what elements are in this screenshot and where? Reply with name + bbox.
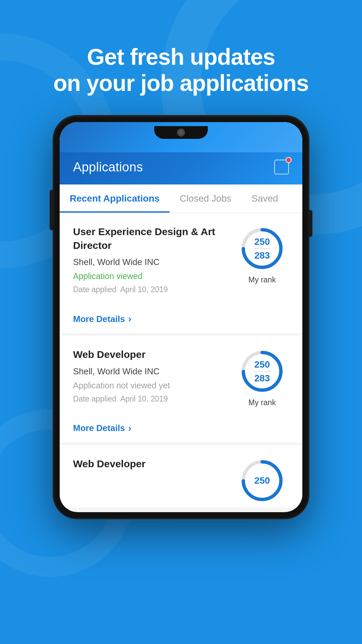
front-camera — [177, 128, 185, 137]
rank-current-1: 250 — [254, 236, 270, 248]
more-details-1[interactable]: More Details › — [73, 306, 289, 333]
phone-screen: Applications Recent Applications Closed … — [60, 122, 302, 512]
rank-text-3: 250 — [254, 475, 270, 486]
rank-circle-1: 250 283 My rank — [235, 225, 289, 284]
job-card-3-partial: Web Developer 250 — [60, 445, 302, 507]
job-title-3: Web Developer — [73, 457, 229, 471]
phone-notch — [154, 126, 208, 139]
rank-donut-1: 250 283 — [239, 225, 286, 272]
tagline-section: Get fresh updates on your job applicatio… — [0, 0, 362, 116]
tab-saved[interactable]: Saved — [241, 184, 288, 213]
more-details-text-1: More Details — [73, 314, 125, 324]
rank-donut-2: 250 283 — [239, 348, 286, 395]
job-info-1: User Experience Design & Art Director Sh… — [73, 225, 235, 302]
phone-notch-area — [60, 122, 302, 152]
job-card-1: User Experience Design & Art Director Sh… — [60, 213, 302, 336]
rank-text-1: 250 283 — [254, 236, 270, 261]
more-details-text-2: More Details — [73, 423, 125, 433]
rank-total-1: 283 — [254, 250, 270, 261]
job-company-2: Shell, World Wide INC — [73, 366, 229, 377]
rank-current-3: 250 — [254, 475, 270, 486]
app-title: Applications — [73, 160, 143, 174]
phone-mockup: Applications Recent Applications Closed … — [0, 116, 362, 518]
job-info-2: Web Developer Shell, World Wide INC Appl… — [73, 348, 235, 411]
job-title-2: Web Developer — [73, 348, 229, 362]
rank-donut-3: 250 — [239, 457, 286, 504]
rank-circle-2: 250 283 My rank — [235, 348, 289, 407]
rank-total-2: 283 — [254, 373, 270, 384]
job-info-3: Web Developer — [73, 457, 235, 476]
job-date-2: Date applied April 10, 2019 — [73, 394, 229, 404]
job-status-2: Application not viewed yet — [73, 381, 229, 390]
notification-badge — [286, 157, 292, 163]
tab-recent-applications[interactable]: Recent Applications — [60, 184, 170, 213]
rank-circle-3: 250 — [235, 457, 289, 507]
rank-current-2: 250 — [254, 359, 270, 370]
rank-divider-2 — [254, 371, 270, 372]
tab-closed-jobs[interactable]: Closed Jobs — [170, 184, 241, 213]
rank-divider-1 — [254, 249, 270, 249]
rank-label-2: My rank — [248, 398, 276, 407]
tagline-text: Get fresh updates on your job applicatio… — [27, 44, 335, 96]
job-title-1: User Experience Design & Art Director — [73, 225, 229, 252]
tabs-bar: Recent Applications Closed Jobs Saved — [60, 184, 302, 213]
chevron-right-icon-2: › — [128, 423, 131, 434]
app-header: Applications — [60, 152, 302, 184]
chevron-right-icon-1: › — [128, 314, 131, 324]
phone-frame: Applications Recent Applications Closed … — [54, 116, 308, 518]
more-details-2[interactable]: More Details › — [73, 416, 289, 442]
job-date-1: Date applied April 10, 2019 — [73, 285, 229, 294]
notification-button[interactable] — [274, 160, 289, 174]
rank-text-2: 250 283 — [254, 359, 270, 384]
job-status-1: Application viewed — [73, 271, 229, 281]
rank-label-1: My rank — [248, 275, 276, 284]
app-content: User Experience Design & Art Director Sh… — [60, 213, 302, 507]
job-company-1: Shell, World Wide INC — [73, 257, 229, 267]
job-card-2: Web Developer Shell, World Wide INC Appl… — [60, 336, 302, 445]
